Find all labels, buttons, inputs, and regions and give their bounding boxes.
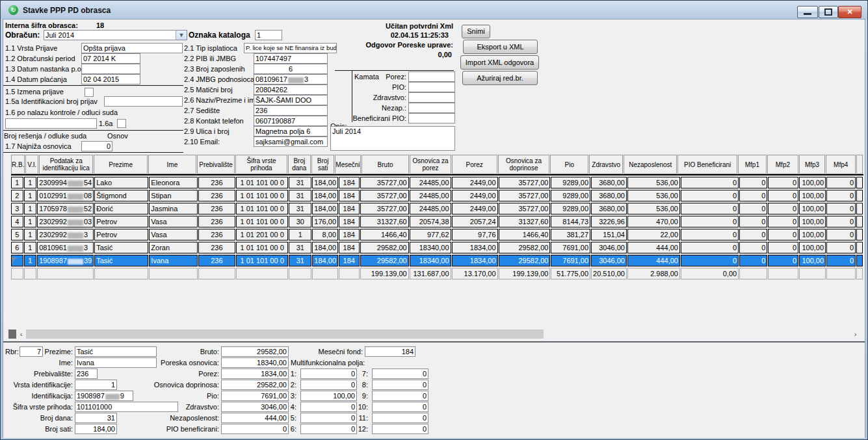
grid-cell-osn_porez[interactable]: 18340,00: [410, 242, 451, 253]
grid-cell-ime[interactable]: Vasa: [149, 216, 198, 227]
grid-cell-ime[interactable]: Jasmina: [149, 203, 198, 214]
grid-cell-rb[interactable]: 1: [11, 177, 23, 188]
grid-cell-zdravstvo[interactable]: 3046,00: [591, 255, 627, 266]
grid-cell-bruto[interactable]: 35727,00: [360, 203, 409, 214]
grid-cell-ime[interactable]: Zoran: [149, 242, 198, 253]
scrollbar-grip[interactable]: [8, 330, 16, 339]
grid-header-osn_porez[interactable]: Osnovica za porez: [410, 155, 451, 174]
grid-header-prezime[interactable]: Prezime: [94, 155, 148, 174]
grid-cell-extra[interactable]: [856, 229, 863, 240]
grid-cell-mfp1[interactable]: 0: [739, 177, 767, 188]
f15a-field[interactable]: [104, 96, 183, 107]
grid-cell-sati[interactable]: 184,00: [312, 242, 338, 253]
grid-header-bruto[interactable]: Bruto: [362, 155, 410, 174]
grid-cell-mfp2[interactable]: 0: [768, 190, 798, 201]
grid-cell-bruto[interactable]: 29582,00: [360, 242, 409, 253]
grid-cell-mfp2[interactable]: 0: [768, 216, 798, 227]
grid-cell-zdravstvo[interactable]: 3226,96: [591, 216, 627, 227]
grid-cell-mfp2[interactable]: 0: [768, 242, 798, 253]
grid-cell-pio[interactable]: 9289,00: [551, 177, 590, 188]
azuriraj-button[interactable]: Ažuriraj red.br.: [462, 71, 538, 85]
scrollbar-thumb[interactable]: [26, 330, 544, 339]
close-button[interactable]: ✕: [838, 6, 861, 18]
grid-cell-prebivaliste[interactable]: 236: [198, 229, 235, 240]
grid-cell-osn_doprinosi[interactable]: 35727,00: [499, 190, 551, 201]
f16-field[interactable]: [5, 118, 97, 129]
grid-cell-dana[interactable]: 30: [289, 216, 311, 227]
horizontal-scrollbar[interactable]: ‹ ›: [8, 330, 860, 339]
grid-header-extra[interactable]: [856, 155, 863, 174]
scroll-left-icon[interactable]: ‹: [16, 330, 26, 339]
grid-cell-porez[interactable]: 1834,00: [452, 255, 498, 266]
grid-cell-mfp2[interactable]: 0: [768, 229, 798, 240]
grid-header-dana[interactable]: Broj dana: [288, 155, 311, 174]
grid-header-mfp2[interactable]: Mfp2: [767, 155, 798, 174]
grid-cell-mfp2[interactable]: 0: [768, 177, 798, 188]
grid-cell-sifra[interactable]: 1 01 101 00 0: [236, 255, 289, 266]
grid-cell-prezime[interactable]: Đorić: [94, 203, 148, 214]
grid-cell-mesecni[interactable]: 184: [339, 229, 360, 240]
grid-cell-osn_porez[interactable]: 20574,38: [410, 216, 451, 227]
detail-prebivaliste-field[interactable]: 236: [75, 369, 98, 379]
grid-cell-extra[interactable]: [856, 242, 863, 253]
grid-cell-mfp2[interactable]: 0: [768, 255, 798, 266]
f15-checkbox[interactable]: [85, 88, 94, 97]
grid-cell-osn_doprinosi[interactable]: 1466,40: [499, 229, 551, 240]
title-bar[interactable]: ↻ Stavke PPP PD obrasca ✕: [1, 1, 867, 19]
grid-cell-sati[interactable]: 176,00: [312, 216, 338, 227]
obracun-combobox[interactable]: Juli 2014 ▼: [44, 30, 187, 40]
grid-cell-vi[interactable]: 1: [24, 229, 37, 240]
grid-cell-dana[interactable]: 31: [289, 242, 311, 253]
grid-cell-mesecni[interactable]: 184: [339, 216, 360, 227]
grid-cell-nezaposlenost[interactable]: 22,00: [627, 229, 680, 240]
chevron-down-icon[interactable]: ▼: [176, 31, 187, 40]
eksport-xml-button[interactable]: Eksport u XML: [463, 40, 538, 54]
f14-field[interactable]: 02 04 2015: [81, 74, 140, 84]
f21-field[interactable]: P. lice koje se NE finansira iz budže...: [244, 43, 337, 53]
opis-textarea[interactable]: Juli 2014: [330, 126, 455, 151]
grid-cell-rb[interactable]: ☞: [11, 255, 23, 266]
f16a-checkbox[interactable]: [117, 119, 126, 128]
grid-header-zdravstvo[interactable]: Zdravstvo: [589, 155, 623, 174]
grid-cell-osn_doprinosi[interactable]: 29582,00: [499, 242, 551, 253]
grid-cell-porez[interactable]: 1834,00: [452, 242, 498, 253]
grid-cell-porez[interactable]: 2449,00: [452, 177, 498, 188]
grid-header-sati[interactable]: Broj sati: [311, 155, 334, 174]
grid-cell-osn_doprinosi[interactable]: 31327,60: [499, 216, 551, 227]
grid-cell-mfp2[interactable]: 0: [768, 203, 798, 214]
grid-cell-porez[interactable]: 2449,00: [452, 190, 498, 201]
grid-cell-vi[interactable]: 1: [24, 242, 37, 253]
kamata-nezap-field[interactable]: [408, 103, 455, 113]
grid-cell-pio_benef[interactable]: 0: [681, 229, 739, 240]
grid-cell-prezime[interactable]: Štigmond: [94, 190, 148, 201]
f28-field[interactable]: 0607190887: [254, 116, 328, 126]
grid-cell-nezaposlenost[interactable]: 536,00: [627, 203, 680, 214]
grid-cell-mesecni[interactable]: 184: [339, 242, 360, 253]
grid-cell-rb[interactable]: 3: [11, 203, 23, 214]
grid-cell-osn_porez[interactable]: 24485,00: [410, 190, 451, 201]
f29-field[interactable]: Magnetna polja 6: [254, 126, 328, 136]
grid-cell-ime[interactable]: Stipan: [149, 190, 198, 201]
grid-header-prebivaliste[interactable]: Prebivalište: [197, 155, 235, 174]
kamata-porez-field[interactable]: [408, 71, 455, 82]
detail-poreska-field[interactable]: 18340,00: [221, 357, 289, 368]
grid-cell-id[interactable]: 23029923: [37, 229, 94, 240]
grid-cell-mfp1[interactable]: 0: [739, 229, 767, 240]
f12-field[interactable]: 07 2014 K: [81, 53, 140, 64]
grid-cell-mfp4[interactable]: 0: [826, 190, 856, 201]
grid-cell-mfp1[interactable]: 0: [739, 255, 767, 266]
grid-cell-pio_benef[interactable]: 0: [681, 203, 739, 214]
grid-cell-id[interactable]: 010299108: [37, 190, 94, 201]
grid-cell-bruto[interactable]: 35727,00: [360, 177, 409, 188]
f13-field[interactable]: [81, 64, 140, 74]
grid-cell-ime[interactable]: Eleonora: [149, 177, 198, 188]
grid-cell-mfp4[interactable]: 0: [826, 216, 856, 227]
grid-header-porez[interactable]: Porez: [452, 155, 497, 174]
grid-cell-sati[interactable]: 184,00: [312, 255, 338, 266]
grid-cell-pio_benef[interactable]: 0: [681, 216, 739, 227]
grid-cell-rb[interactable]: 2: [11, 190, 23, 201]
grid-header-nezaposlenost[interactable]: Nezaposlenost: [624, 155, 677, 174]
grid-cell-ime[interactable]: Ivana: [149, 255, 198, 266]
grid-cell-pio[interactable]: 8144,73: [551, 216, 590, 227]
grid-cell-pio[interactable]: 7691,00: [551, 242, 590, 253]
